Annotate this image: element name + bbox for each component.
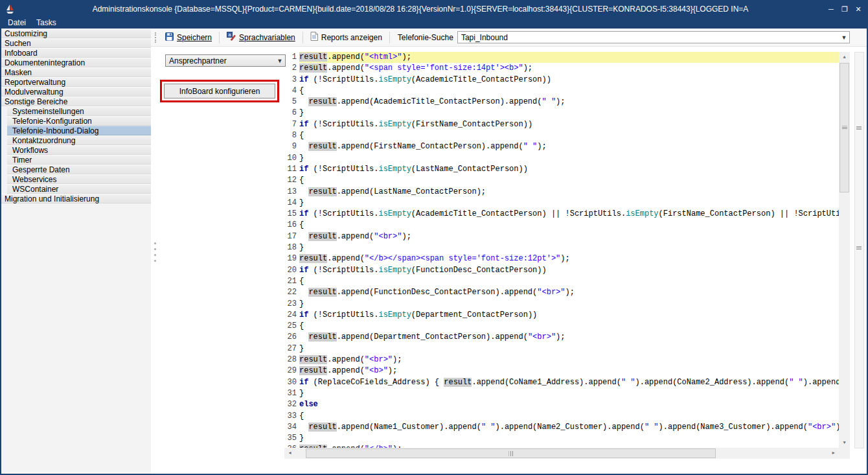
panel-vertical-scrollbar[interactable] (854, 52, 864, 448)
code-line-12[interactable]: { (299, 175, 839, 186)
line-number: 9 (284, 141, 297, 152)
sidebar-item-wscontainer[interactable]: WSContainer (7, 184, 151, 194)
code-line-2[interactable]: result.append("<span style='font-size:14… (299, 63, 839, 74)
chevron-down-icon[interactable]: ▼ (275, 58, 285, 64)
splitter-handle[interactable] (154, 242, 157, 267)
chevron-down-icon[interactable]: ▼ (839, 34, 849, 41)
line-number: 27 (284, 343, 297, 354)
code-line-24[interactable]: if (!ScriptUtils.isEmpty(Department_Cont… (299, 310, 839, 321)
reports-anzeigen-button-label: Reports anzeigen (321, 33, 382, 42)
line-number: 16 (284, 220, 297, 231)
sidebar-item-timer[interactable]: Timer (7, 155, 151, 165)
code-line-32[interactable]: else (299, 399, 839, 410)
reports-anzeigen-button[interactable]: Reports anzeigen (306, 30, 387, 45)
code-line-11[interactable]: if (!ScriptUtils.isEmpty(LastName_Contac… (299, 164, 839, 175)
code-line-35[interactable]: } (299, 433, 839, 444)
line-number: 20 (284, 265, 297, 276)
line-number: 28 (284, 354, 297, 365)
minimize-button[interactable]: ─ (825, 3, 837, 15)
sidebar-item-migration-und-initialisierung[interactable]: Migration und Initialisierung (1, 194, 151, 203)
code-area[interactable]: result.append("<html>");result.append("<… (299, 52, 839, 448)
code-line-5[interactable]: result.append(AcademicTitle_ContactPerso… (299, 97, 839, 108)
line-number: 35 (284, 433, 297, 444)
code-line-28[interactable]: result.append("<br>"); (299, 354, 839, 365)
thumb-grip-icon (508, 451, 513, 456)
code-line-30[interactable]: if (ReplaceCoFields_Address) { result.ap… (299, 377, 839, 388)
thumb-grip-icon (842, 126, 847, 130)
menu-datei[interactable]: Datei (8, 18, 26, 27)
sidebar-item-kontaktzuordnung[interactable]: Kontaktzuordnung (7, 135, 151, 145)
code-line-29[interactable]: result.append("<b>"); (299, 365, 839, 377)
code-line-25[interactable]: { (299, 321, 839, 332)
line-number: 7 (284, 119, 297, 130)
telefonie-suche-combobox[interactable]: Tapi_Inbound ▼ (457, 31, 850, 43)
toolbar-grip (155, 32, 157, 43)
code-line-8[interactable]: { (299, 130, 839, 141)
sidebar-item-infoboard[interactable]: Infoboard (1, 48, 151, 58)
code-line-26[interactable]: result.append(Department_ContactPerson).… (299, 332, 839, 343)
vertical-scrollbar-thumb[interactable] (839, 63, 849, 192)
code-line-31[interactable]: } (299, 388, 839, 399)
code-editor: 1234567891011121314151617181920212223242… (284, 52, 850, 459)
line-number: 6 (284, 108, 297, 119)
code-line-9[interactable]: result.append(FirstName_ContactPerson).a… (299, 141, 839, 152)
sidebar-item-customizing[interactable]: Customizing (1, 29, 151, 38)
line-number: 14 (284, 198, 297, 209)
code-line-16[interactable]: { (299, 220, 839, 231)
code-line-6[interactable]: } (299, 108, 839, 119)
code-line-17[interactable]: result.append("<br>"); (299, 231, 839, 242)
menu-tasks[interactable]: Tasks (36, 18, 56, 27)
close-button[interactable]: ✕ (852, 3, 864, 15)
editor-horizontal-scrollbar[interactable]: ◄ ► (284, 448, 839, 459)
code-line-1[interactable]: result.append("<html>"); (299, 52, 839, 63)
sidebar-item-masken[interactable]: Masken (1, 67, 151, 77)
sidebar-item-sonstige-bereiche[interactable]: Sonstige Bereiche (1, 97, 151, 106)
line-number: 33 (284, 411, 297, 422)
code-line-4[interactable]: { (299, 86, 839, 97)
code-line-19[interactable]: result.append("</b></span><span style='f… (299, 253, 839, 264)
code-line-14[interactable]: } (299, 198, 839, 209)
sidebar-item-suchen[interactable]: Suchen (1, 38, 151, 48)
sidebar-item-dokumentenintegration[interactable]: Dokumentenintegration (1, 58, 151, 67)
code-line-15[interactable]: if (!ScriptUtils.isEmpty(AcademicTitle_C… (299, 209, 839, 220)
toolbar: Speichern a Sprachvariablen (151, 29, 867, 47)
code-line-18[interactable]: } (299, 242, 839, 253)
save-button[interactable]: Speichern (161, 30, 216, 45)
sidebar-item-webservices[interactable]: Webservices (7, 174, 151, 184)
scroll-down-arrow-icon[interactable]: ▼ (839, 437, 850, 448)
ansprechpartner-combobox[interactable]: Ansprechpartner ▼ (165, 54, 286, 67)
sidebar-item-reportverwaltung[interactable]: Reportverwaltung (1, 77, 151, 87)
sidebar-item-telefonie-inbound-dialog[interactable]: Telefonie-Inbound-Dialog (7, 126, 151, 135)
code-line-3[interactable]: if (!ScriptUtils.isEmpty(AcademicTitle_C… (299, 75, 839, 86)
line-number: 31 (284, 388, 297, 399)
sidebar-item-systemeinstellungen[interactable]: Systemeinstellungen (7, 106, 151, 116)
telefonie-suche-label: Telefonie-Suche (398, 33, 453, 42)
scroll-right-arrow-icon[interactable]: ► (828, 448, 839, 458)
ansprechpartner-value: Ansprechpartner (166, 56, 275, 65)
code-line-13[interactable]: result.append(LastName_ContactPerson); (299, 187, 839, 198)
maximize-button[interactable]: ❐ (839, 3, 851, 15)
code-line-27[interactable]: } (299, 343, 839, 354)
code-line-20[interactable]: if (!ScriptUtils.isEmpty(FunctionDesc_Co… (299, 265, 839, 276)
infoboard-konfigurieren-button[interactable]: InfoBoard konfigurieren (164, 84, 275, 98)
code-line-33[interactable]: { (299, 411, 839, 422)
sidebar-item-modulverwaltung[interactable]: Modulverwaltung (1, 87, 151, 97)
scroll-up-arrow-icon[interactable]: ▲ (839, 52, 850, 62)
sidebar-item-telefonie-konfiguration[interactable]: Telefonie-Konfiguration (7, 116, 151, 126)
code-line-22[interactable]: result.append(FunctionDesc_ContactPerson… (299, 287, 839, 298)
line-number: 8 (284, 130, 297, 141)
code-line-34[interactable]: result.append(Name1_Customer).append(" "… (299, 422, 839, 433)
code-line-21[interactable]: { (299, 276, 839, 287)
sprachvariablen-button[interactable]: a Sprachvariablen (222, 30, 300, 45)
code-line-10[interactable]: } (299, 153, 839, 164)
code-line-23[interactable]: } (299, 299, 839, 310)
sidebar-item-workflows[interactable]: Workflows (7, 145, 151, 155)
editor-vertical-scrollbar[interactable]: ▲ ▼ (839, 52, 850, 448)
scrollbar-grip-icon (856, 126, 862, 130)
horizontal-scrollbar-thumb[interactable] (306, 448, 716, 458)
svg-text:a: a (229, 32, 231, 37)
code-line-7[interactable]: if (!ScriptUtils.isEmpty(FirstName_Conta… (299, 119, 839, 130)
titlebar: Administrationskonsole {Database=MSSQL}{… (1, 1, 867, 17)
scroll-left-arrow-icon[interactable]: ◄ (284, 448, 295, 458)
sidebar-item-gesperrte-daten[interactable]: Gesperrte Daten (7, 165, 151, 174)
